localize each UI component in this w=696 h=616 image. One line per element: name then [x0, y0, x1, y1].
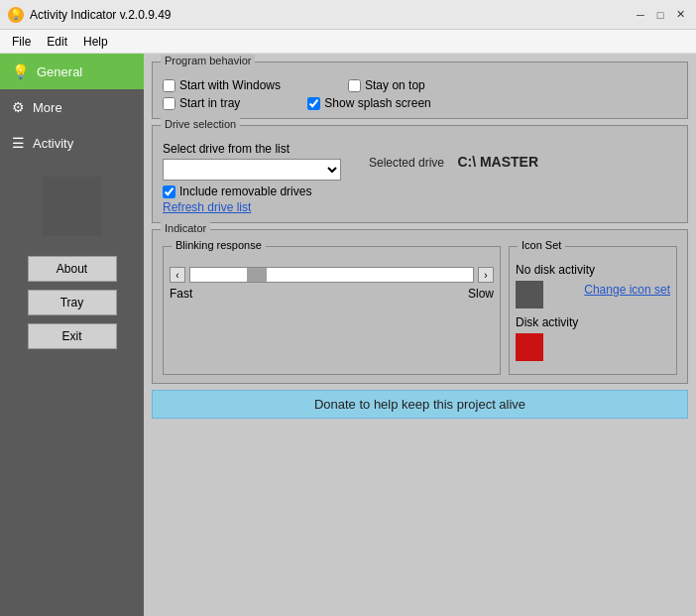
- app-title: Activity Indicator v.2.0.9.49: [30, 8, 633, 22]
- slider-track[interactable]: [189, 267, 474, 283]
- selected-drive-value: C:\ MASTER: [457, 154, 538, 170]
- blinking-response-legend: Blinking response: [172, 239, 266, 251]
- list-icon: ☰: [12, 135, 25, 151]
- refresh-drive-link[interactable]: Refresh drive list: [163, 200, 251, 214]
- stay-on-top-checkbox[interactable]: [348, 79, 361, 92]
- program-behavior-legend: Program behavior: [161, 55, 255, 66]
- menu-help[interactable]: Help: [75, 33, 116, 51]
- slider-left-arrow[interactable]: ‹: [170, 267, 185, 283]
- indicator-box: Indicator Blinking response ‹ › Fast Slo…: [152, 229, 688, 384]
- stay-on-top-label[interactable]: Stay on top: [348, 78, 425, 92]
- program-behavior-box: Program behavior Start with Windows Stay…: [152, 62, 688, 119]
- show-splash-checkbox[interactable]: [307, 97, 320, 110]
- donate-bar[interactable]: Donate to help keep this project alive: [152, 390, 688, 419]
- show-splash-label[interactable]: Show splash screen: [307, 96, 430, 110]
- main-area: 💡 General ⚙ More ☰ Activity About Tray E…: [0, 54, 696, 616]
- title-bar: 💡 Activity Indicator v.2.0.9.49 ─ □ ✕: [0, 0, 696, 30]
- icon-set-legend: Icon Set: [518, 239, 565, 251]
- close-button[interactable]: ✕: [672, 7, 688, 23]
- content-area: Program behavior Start with Windows Stay…: [144, 54, 696, 616]
- bulb-icon: 💡: [12, 63, 29, 79]
- disk-activity-icon-preview: [516, 333, 543, 361]
- drive-selection-legend: Drive selection: [161, 118, 240, 130]
- start-in-tray-label[interactable]: Start in tray: [163, 96, 240, 110]
- menu-bar: File Edit Help: [0, 30, 696, 54]
- start-with-windows-checkbox[interactable]: [163, 79, 175, 92]
- change-icon-set-link[interactable]: Change icon set: [584, 283, 670, 297]
- sidebar-item-activity[interactable]: ☰ Activity: [0, 125, 144, 161]
- preview-box: [43, 177, 102, 236]
- start-in-tray-checkbox[interactable]: [163, 97, 175, 110]
- sidebar-item-more[interactable]: ⚙ More: [0, 89, 144, 125]
- about-button[interactable]: About: [28, 256, 117, 282]
- disk-activity-label: Disk activity: [516, 315, 670, 329]
- window-controls: ─ □ ✕: [633, 7, 688, 23]
- start-with-windows-label[interactable]: Start with Windows: [163, 78, 281, 92]
- slider-thumb[interactable]: [247, 268, 267, 282]
- no-disk-icon-preview: [516, 281, 543, 308]
- include-removable-label[interactable]: Include removable drives: [163, 185, 311, 198]
- no-disk-activity-label: No disk activity: [516, 263, 670, 277]
- sidebar-general-label: General: [37, 64, 82, 79]
- maximize-button[interactable]: □: [652, 7, 668, 23]
- include-removable-checkbox[interactable]: [163, 185, 175, 198]
- gear-icon: ⚙: [12, 99, 25, 115]
- app-icon: 💡: [8, 7, 24, 23]
- selected-drive-display: Selected drive C:\ MASTER: [369, 154, 538, 170]
- drive-selection-box: Drive selection Select drive from the li…: [152, 125, 688, 223]
- indicator-legend: Indicator: [161, 222, 210, 234]
- fast-label: Fast: [170, 287, 192, 301]
- sidebar-item-general[interactable]: 💡 General: [0, 54, 144, 89]
- menu-file[interactable]: File: [4, 33, 39, 51]
- tray-button[interactable]: Tray: [28, 290, 117, 315]
- menu-edit[interactable]: Edit: [39, 33, 75, 51]
- icon-set-box: Icon Set No disk activity Change icon se…: [509, 246, 677, 375]
- sidebar-more-label: More: [33, 100, 62, 115]
- minimize-button[interactable]: ─: [633, 7, 648, 23]
- select-drive-label: Select drive from the list: [163, 142, 341, 156]
- slider-right-arrow[interactable]: ›: [478, 267, 494, 283]
- exit-button[interactable]: Exit: [28, 323, 117, 349]
- sidebar-activity-label: Activity: [33, 136, 73, 151]
- slow-label: Slow: [468, 287, 494, 301]
- drive-dropdown[interactable]: [163, 159, 341, 181]
- sidebar: 💡 General ⚙ More ☰ Activity About Tray E…: [0, 54, 144, 616]
- blinking-response-box: Blinking response ‹ › Fast Slow: [163, 246, 501, 375]
